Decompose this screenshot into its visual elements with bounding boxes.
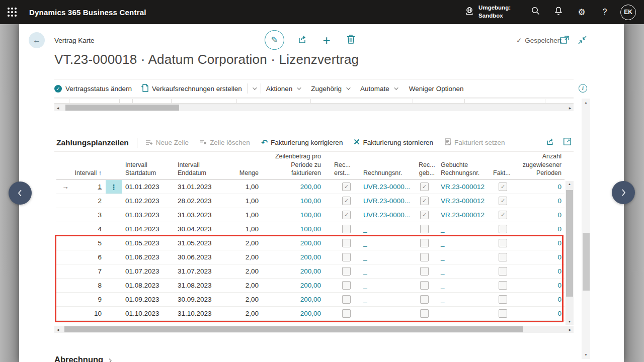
fakt-checkbox[interactable] — [499, 239, 507, 247]
cell-menge[interactable]: 2,00 — [227, 282, 262, 289]
rec-erst-checkbox[interactable] — [342, 309, 351, 318]
cell-enddatum[interactable]: 31.07.2023 — [175, 267, 227, 275]
cell-zeilenbetrag[interactable]: 200,00 — [262, 183, 323, 191]
cell-startdatum[interactable]: 01.04.2023 — [122, 225, 175, 233]
cell-anzahl-perioden[interactable]: 0 — [521, 267, 565, 275]
cell-zeilenbetrag[interactable]: 200,00 — [262, 282, 323, 289]
table-row[interactable]: 601.06.202330.06.20232,00200,00__0 — [56, 250, 565, 264]
cell-enddatum[interactable]: 31.03.2023 — [175, 211, 227, 219]
table-row[interactable]: 501.05.202331.05.20232,00200,00__0 — [56, 236, 565, 250]
cell-startdatum[interactable]: 01.03.2023 — [122, 211, 175, 219]
scroll-right-icon[interactable]: ▶ — [567, 106, 574, 110]
scroll-down-icon[interactable]: ▼ — [582, 353, 590, 356]
cell-rechnungsnr[interactable]: _ — [361, 267, 419, 275]
cell-gebuchte-rechnungsnr[interactable]: _ — [437, 296, 492, 303]
col-rechnungsnr[interactable]: Rechnungsnr. — [361, 169, 419, 177]
cell-gebuchte-rechnungsnr[interactable]: _ — [437, 310, 492, 317]
cell-anzahl-perioden[interactable]: 0 — [521, 253, 565, 261]
cell-enddatum[interactable]: 31.10.2023 — [175, 310, 227, 317]
cell-zeilenbetrag[interactable]: 100,00 — [262, 197, 323, 205]
rec-geb-checkbox[interactable] — [420, 239, 429, 247]
col-gebuchte-rechnungsnr[interactable]: Gebuchte Rechnungsnr. — [437, 161, 492, 177]
help-button[interactable]: ? — [593, 0, 616, 24]
cell-zeilenbetrag[interactable]: 200,00 — [262, 253, 323, 261]
cell-intervall[interactable]: 3 — [74, 211, 106, 219]
rec-erst-checkbox[interactable] — [342, 281, 351, 290]
cell-zeilenbetrag[interactable]: 200,00 — [262, 310, 323, 317]
set-invoiced-button[interactable]: Fakturiert setzen — [444, 138, 505, 147]
col-anzahl-perioden[interactable]: Anzahl zugewiesener Perioden — [521, 152, 565, 177]
back-button[interactable]: ← — [29, 32, 45, 48]
rec-geb-checkbox[interactable] — [420, 253, 429, 261]
avatar[interactable]: EK — [620, 5, 636, 20]
rec-geb-checkbox[interactable] — [420, 225, 429, 233]
rec-geb-checkbox[interactable]: ✓ — [420, 183, 429, 191]
cell-rechnungsnr[interactable]: _ — [361, 310, 419, 317]
col-rec-geb[interactable]: Rec... geb... — [419, 161, 437, 177]
cell-enddatum[interactable]: 30.09.2023 — [175, 296, 227, 303]
lower-horizontal-scrollbar[interactable]: ◀ ▶ — [54, 326, 574, 333]
cell-menge[interactable]: 1,00 — [227, 197, 262, 205]
cell-startdatum[interactable]: 01.01.2023 — [122, 183, 175, 191]
cell-gebuchte-rechnungsnr[interactable]: _ — [437, 239, 492, 247]
cell-rechnungsnr[interactable]: UVR.23-0000... — [361, 197, 419, 205]
cell-menge[interactable]: 1,00 — [227, 225, 262, 233]
create-invoices-action[interactable]: Verkaufsrechnungen erstellen — [141, 83, 242, 94]
notifications-button[interactable] — [547, 0, 570, 24]
table-row[interactable]: 701.07.202331.07.20232,00200,00__0 — [56, 264, 565, 279]
previous-record-button[interactable] — [9, 182, 32, 205]
cell-anzahl-perioden[interactable]: 0 — [521, 225, 565, 233]
cell-intervall[interactable]: 9 — [74, 296, 106, 303]
col-intervall[interactable]: Intervall ↑ — [74, 169, 106, 177]
search-button[interactable] — [524, 0, 547, 24]
cell-intervall[interactable]: 5 — [74, 239, 106, 247]
cell-startdatum[interactable]: 01.05.2023 — [122, 239, 175, 247]
cell-startdatum[interactable]: 01.09.2023 — [122, 296, 175, 303]
cell-zeilenbetrag[interactable]: 100,00 — [262, 225, 323, 233]
fakt-checkbox[interactable] — [499, 309, 507, 318]
scrollbar-thumb[interactable] — [583, 233, 590, 291]
cell-rechnungsnr[interactable]: _ — [361, 253, 419, 261]
fakt-checkbox[interactable] — [499, 253, 507, 261]
cell-enddatum[interactable]: 28.02.2023 — [175, 197, 227, 205]
actions-menu[interactable]: Aktionen — [266, 85, 300, 93]
upper-horizontal-scrollbar[interactable]: ◀ ▶ — [54, 104, 574, 111]
fakt-checkbox[interactable]: ✓ — [499, 197, 507, 205]
cell-enddatum[interactable]: 30.04.2023 — [175, 225, 227, 233]
new-button[interactable]: + — [320, 34, 333, 46]
table-row[interactable]: 201.02.202328.02.20231,00100,00✓UVR.23-0… — [56, 194, 565, 208]
col-fakt[interactable]: Fakt... — [492, 169, 521, 177]
cell-anzahl-perioden[interactable]: 0 — [521, 296, 565, 303]
cell-intervall[interactable]: 10 — [74, 310, 106, 317]
settings-button[interactable]: ⚙ — [570, 0, 593, 24]
table-row[interactable]: 301.03.202331.03.20231,00100,00✓UVR.23-0… — [56, 208, 565, 222]
correct-billing-button[interactable]: ↶ Fakturierung korrigieren — [261, 139, 343, 147]
share-button[interactable] — [296, 34, 308, 46]
rec-geb-checkbox[interactable] — [420, 309, 429, 318]
cell-anzahl-perioden[interactable]: 0 — [521, 197, 565, 205]
cell-startdatum[interactable]: 01.06.2023 — [122, 253, 175, 261]
cell-anzahl-perioden[interactable]: 0 — [521, 310, 565, 317]
table-row[interactable]: 401.04.202330.04.20231,00100,00__0 — [56, 222, 565, 236]
cell-enddatum[interactable]: 31.05.2023 — [175, 239, 227, 247]
cell-enddatum[interactable]: 31.08.2023 — [175, 282, 227, 289]
collapse-button[interactable] — [578, 35, 587, 47]
grid-vertical-scrollbar[interactable]: ▲ ▼ — [566, 181, 574, 325]
share-lines-icon[interactable] — [546, 137, 555, 148]
cell-zeilenbetrag[interactable]: 200,00 — [262, 239, 323, 247]
rec-geb-checkbox[interactable]: ✓ — [420, 211, 429, 219]
table-row[interactable]: 801.08.202331.08.20232,00200,00__0 — [56, 279, 565, 293]
cell-startdatum[interactable]: 01.10.2023 — [122, 310, 175, 317]
cell-enddatum[interactable]: 31.01.2023 — [175, 183, 227, 191]
scroll-down-icon[interactable]: ▼ — [566, 320, 574, 323]
rec-geb-checkbox[interactable]: ✓ — [420, 197, 429, 205]
cell-menge[interactable]: 1,00 — [227, 183, 262, 191]
rec-geb-checkbox[interactable] — [420, 295, 429, 304]
open-in-new-window-button[interactable] — [559, 35, 570, 47]
change-status-action[interactable]: ✓ Vertragsstatus ändern — [54, 85, 132, 93]
scroll-up-icon[interactable]: ▲ — [582, 101, 590, 104]
cell-intervall[interactable]: 6 — [74, 253, 106, 261]
cell-intervall[interactable]: 8 — [74, 282, 106, 289]
rec-geb-checkbox[interactable] — [420, 267, 429, 276]
cell-rechnungsnr[interactable]: _ — [361, 296, 419, 303]
